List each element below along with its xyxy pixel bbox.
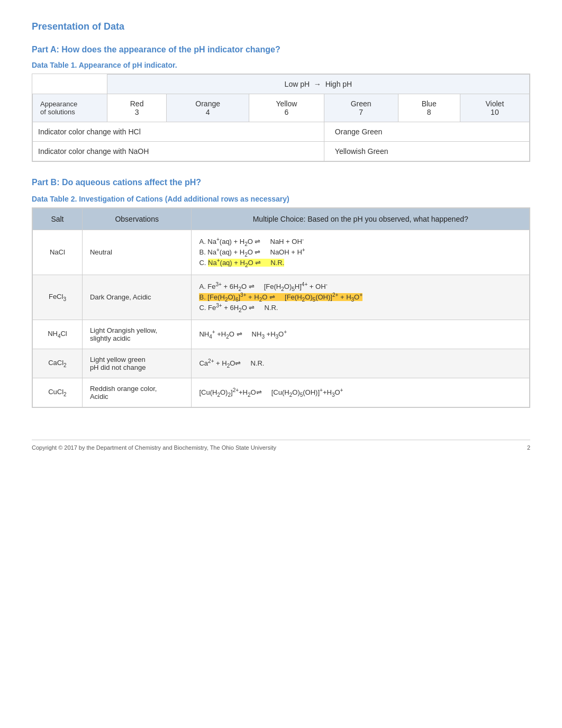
- blue-col: Blue8: [398, 94, 460, 122]
- obs-cacl2: Light yellow greenpH did not change: [82, 349, 192, 378]
- indicator-hcl-label: Indicator color change with HCl: [33, 122, 324, 142]
- salt-cucl2: CuCl2: [33, 378, 83, 407]
- col-header-mc: Multiple Choice: Based on the pH you obs…: [192, 208, 530, 230]
- part-a-title: Part A: How does the appearance of the p…: [32, 45, 530, 54]
- salt-fecl3: FeCl3: [33, 275, 83, 320]
- table1-title: Data Table 1. Appearance of pH indicator…: [32, 61, 530, 69]
- ph-range-header: Low pH → High pH: [107, 75, 529, 94]
- table-row: CaCl2 Light yellow greenpH did not chang…: [33, 349, 530, 378]
- yellow-col: Yellow6: [249, 94, 324, 122]
- indicator-naoh-label: Indicator color change with NaOH: [33, 142, 324, 161]
- obs-nh4cl: Light Orangish yellow,slightly acidic: [82, 320, 192, 349]
- green-col: Green7: [324, 94, 398, 122]
- salt-nacl: NaCl: [33, 230, 83, 275]
- appearance-label: Appearanceof solutions: [33, 94, 107, 122]
- data-table-2: Salt Observations Multiple Choice: Based…: [32, 207, 530, 408]
- footer: Copyright © 2017 by the Department of Ch…: [32, 440, 530, 451]
- footer-copyright: Copyright © 2017 by the Department of Ch…: [32, 444, 276, 451]
- red-col: Red3: [107, 94, 166, 122]
- violet-col: Violet10: [460, 94, 529, 122]
- indicator-hcl-value: Orange Green: [324, 122, 529, 142]
- orange-col: Orange4: [167, 94, 249, 122]
- col-header-obs: Observations: [82, 208, 192, 230]
- table-row: CuCl2 Reddish orange color,Acidic [Cu(H2…: [33, 378, 530, 407]
- table-row: NaCl Neutral A. Na+(aq) + H2O ⇌ NaH + OH…: [33, 230, 530, 275]
- table-row: FeCl3 Dark Orange, Acidic A. Fe3+ + 6H2O…: [33, 275, 530, 320]
- section-title: Presentation of Data: [32, 21, 530, 32]
- mc-nh4cl: NH4+ +H2O ⇌ NH3 +H3O+: [192, 320, 530, 349]
- part-b-title: Part B: Do aqueous cations affect the pH…: [32, 178, 530, 187]
- table-row: NH4Cl Light Orangish yellow,slightly aci…: [33, 320, 530, 349]
- table2-title: Data Table 2. Investigation of Cations (…: [32, 195, 530, 203]
- obs-fecl3: Dark Orange, Acidic: [82, 275, 192, 320]
- obs-cucl2: Reddish orange color,Acidic: [82, 378, 192, 407]
- salt-nh4cl: NH4Cl: [33, 320, 83, 349]
- salt-cacl2: CaCl2: [33, 349, 83, 378]
- mc-cucl2: [Cu(H2O)2]2++H2O⇌ [Cu(H2O)5(OH)]++H3O+: [192, 378, 530, 407]
- mc-cacl2: Ca2+ + H2O⇌ N.R.: [192, 349, 530, 378]
- col-header-salt: Salt: [33, 208, 83, 230]
- footer-page: 2: [527, 444, 530, 451]
- indicator-naoh-value: Yellowish Green: [324, 142, 529, 161]
- mc-fecl3: A. Fe3+ + 6H2O ⇌ [Fe(H2O)5H]4+ + OH- B. …: [192, 275, 530, 320]
- obs-nacl: Neutral: [82, 230, 192, 275]
- data-table-1: Low pH → High pH Appearanceof solutions …: [32, 74, 530, 162]
- mc-nacl: A. Na+(aq) + H2O ⇌ NaH + OH- B. Na+(aq) …: [192, 230, 530, 275]
